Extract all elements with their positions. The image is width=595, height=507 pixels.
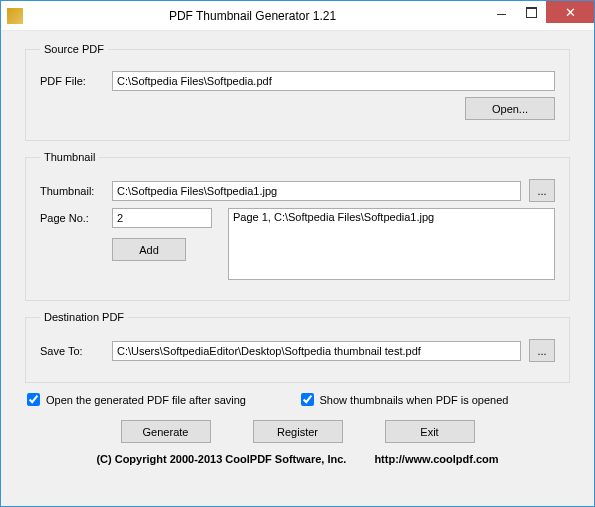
add-button[interactable]: Add: [112, 238, 186, 261]
open-button[interactable]: Open...: [465, 97, 555, 120]
open-after-checkbox[interactable]: [27, 393, 40, 406]
thumbnail-input[interactable]: [112, 181, 521, 201]
thumbnail-group: Thumbnail Thumbnail: ... Page No.: Add: [25, 151, 570, 301]
app-window: PDF Thumbnail Generator 1.21 ✕ Source PD…: [0, 0, 595, 507]
thumbnail-legend: Thumbnail: [40, 151, 99, 163]
maximize-button[interactable]: [516, 1, 546, 23]
save-to-browse-button[interactable]: ...: [529, 339, 555, 362]
close-button[interactable]: ✕: [546, 1, 594, 23]
open-after-checkbox-label[interactable]: Open the generated PDF file after saving: [27, 393, 295, 406]
page-no-label: Page No.:: [40, 212, 104, 224]
footer: (C) Copyright 2000-2013 CoolPDF Software…: [25, 453, 570, 465]
thumbnail-label: Thumbnail:: [40, 185, 104, 197]
thumbnail-browse-button[interactable]: ...: [529, 179, 555, 202]
pdf-file-label: PDF File:: [40, 75, 104, 87]
generate-button[interactable]: Generate: [121, 420, 211, 443]
source-pdf-group: Source PDF PDF File: Open...: [25, 43, 570, 141]
footer-url: http://www.coolpdf.com: [374, 453, 498, 465]
register-button[interactable]: Register: [253, 420, 343, 443]
app-icon: [7, 8, 23, 24]
save-to-input[interactable]: [112, 341, 521, 361]
titlebar: PDF Thumbnail Generator 1.21 ✕: [1, 1, 594, 31]
show-thumbs-checkbox-label[interactable]: Show thumbnails when PDF is opened: [301, 393, 569, 406]
window-controls: ✕: [486, 1, 594, 23]
page-no-input[interactable]: [112, 208, 212, 228]
destination-pdf-group: Destination PDF Save To: ...: [25, 311, 570, 383]
show-thumbs-checkbox[interactable]: [301, 393, 314, 406]
content-area: Source PDF PDF File: Open... Thumbnail T…: [1, 31, 594, 506]
exit-button[interactable]: Exit: [385, 420, 475, 443]
list-item[interactable]: Page 1, C:\Softpedia Files\Softpedia1.jp…: [233, 211, 550, 223]
thumbnail-list[interactable]: Page 1, C:\Softpedia Files\Softpedia1.jp…: [228, 208, 555, 280]
destination-legend: Destination PDF: [40, 311, 128, 323]
pdf-file-input[interactable]: [112, 71, 555, 91]
source-legend: Source PDF: [40, 43, 108, 55]
minimize-button[interactable]: [486, 1, 516, 23]
copyright-text: (C) Copyright 2000-2013 CoolPDF Software…: [96, 453, 346, 465]
save-to-label: Save To:: [40, 345, 104, 357]
